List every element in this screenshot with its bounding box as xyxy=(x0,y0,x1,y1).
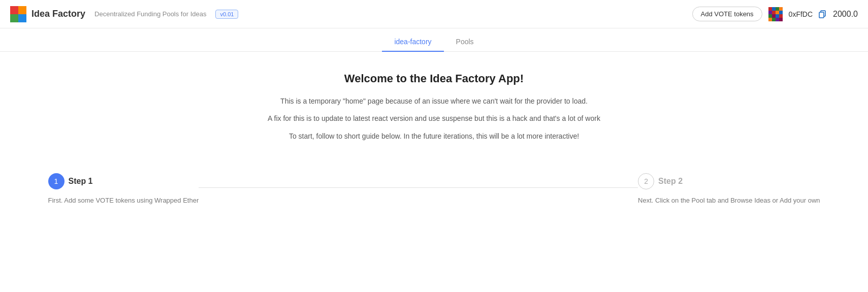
page-title: Welcome to the Idea Factory App! xyxy=(216,72,653,85)
app-header: Idea Factory Decentralized Funding Pools… xyxy=(0,0,868,28)
svg-rect-5 xyxy=(772,7,776,11)
header-right: Add VOTE tokens 0xFfDC 2000.0 xyxy=(692,7,858,21)
app-logo-icon xyxy=(10,6,26,22)
svg-rect-17 xyxy=(772,18,776,21)
svg-rect-0 xyxy=(10,6,18,14)
logo-area: Idea Factory Decentralized Funding Pools… xyxy=(10,6,238,22)
svg-rect-15 xyxy=(779,14,783,18)
svg-rect-10 xyxy=(776,11,779,14)
svg-rect-1 xyxy=(18,6,26,14)
step-2-circle: 2 xyxy=(638,173,654,189)
step-2-description: Next. Click on the Pool tab and Browse I… xyxy=(638,196,820,206)
desc-1: This is a temporary "home" page because … xyxy=(216,95,653,107)
wallet-avatar-icon xyxy=(768,7,783,21)
svg-rect-7 xyxy=(779,7,783,11)
svg-rect-13 xyxy=(772,14,776,18)
add-vote-button[interactable]: Add VOTE tokens xyxy=(692,7,762,21)
svg-rect-16 xyxy=(768,18,772,21)
wallet-address: 0xFfDC xyxy=(789,10,813,18)
svg-rect-11 xyxy=(779,11,783,14)
svg-rect-8 xyxy=(768,11,772,14)
svg-rect-4 xyxy=(768,7,772,11)
steps-section: 1 Step 1 First. Add some VOTE tokens usi… xyxy=(28,173,841,206)
svg-rect-2 xyxy=(10,14,18,22)
svg-rect-19 xyxy=(779,18,783,21)
main-content: Welcome to the Idea Factory App! This is… xyxy=(206,52,663,158)
svg-rect-21 xyxy=(819,12,824,18)
svg-rect-12 xyxy=(768,14,772,18)
tab-idea-factory[interactable]: idea-factory xyxy=(382,33,443,52)
svg-rect-18 xyxy=(776,18,779,21)
nav-tabs: idea-factory Pools xyxy=(0,28,868,52)
app-subtitle: Decentralized Funding Pools for Ideas xyxy=(94,10,206,18)
svg-rect-14 xyxy=(776,14,779,18)
step-2-header: 2 Step 2 xyxy=(638,173,683,189)
step-1-title: Step 1 xyxy=(69,177,93,186)
step-1-circle: 1 xyxy=(48,173,65,189)
version-badge: v0.01 xyxy=(215,10,238,19)
step-1-description: First. Add some VOTE tokens using Wrappe… xyxy=(48,196,199,206)
app-name: Idea Factory xyxy=(31,9,85,19)
step-2-block: 2 Step 2 Next. Click on the Pool tab and… xyxy=(638,173,820,206)
step-connector xyxy=(199,187,638,188)
vote-count: 2000.0 xyxy=(833,10,858,19)
step-1-header: 1 Step 1 xyxy=(48,173,93,189)
copy-icon xyxy=(819,10,827,18)
desc-3: To start, follow to short guide below. I… xyxy=(216,131,653,142)
svg-rect-6 xyxy=(776,7,779,11)
svg-rect-9 xyxy=(772,11,776,14)
step-2-title: Step 2 xyxy=(658,177,683,186)
step-1-block: 1 Step 1 First. Add some VOTE tokens usi… xyxy=(48,173,199,206)
svg-rect-3 xyxy=(18,14,26,22)
desc-2: A fix for this is to update to latest re… xyxy=(216,113,653,124)
tab-pools[interactable]: Pools xyxy=(444,33,486,52)
